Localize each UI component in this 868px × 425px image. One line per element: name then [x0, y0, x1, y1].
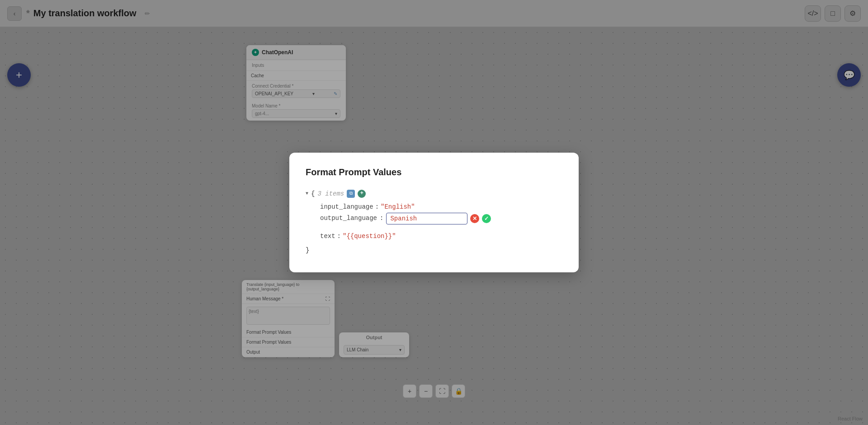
json-tree: ▼ { 3 items ⧉ + input_language : "Englis…: [306, 188, 562, 257]
value-input-language: "English": [381, 201, 415, 213]
items-count: 3 items: [317, 188, 344, 200]
modal-overlay[interactable]: Format Prompt Values ▼ { 3 items ⧉ + inp…: [0, 0, 868, 425]
format-prompt-modal: Format Prompt Values ▼ { 3 items ⧉ + inp…: [289, 153, 579, 273]
output-language-input[interactable]: [386, 213, 467, 224]
confirm-edit-button[interactable]: ✓: [482, 214, 491, 223]
colon-1: :: [375, 201, 379, 213]
spacer: [306, 225, 562, 231]
plus-icon: +: [360, 189, 363, 199]
modal-title: Format Prompt Values: [306, 167, 562, 177]
copy-button[interactable]: ⧉: [347, 190, 355, 198]
json-header-row: ▼ { 3 items ⧉ +: [306, 188, 562, 200]
colon-3: :: [337, 231, 341, 242]
x-icon: ✕: [472, 215, 477, 222]
json-row-output-language: output_language : ✕ ✓: [320, 213, 562, 224]
close-brace: }: [306, 245, 309, 256]
key-input-language: input_language: [320, 201, 373, 213]
collapse-arrow[interactable]: ▼: [306, 190, 308, 198]
cancel-edit-button[interactable]: ✕: [470, 214, 479, 223]
value-text: "{{question}}": [343, 231, 396, 242]
copy-icon: ⧉: [349, 190, 353, 198]
check-icon: ✓: [484, 215, 489, 222]
open-brace: {: [311, 188, 315, 200]
add-item-button[interactable]: +: [358, 190, 366, 198]
colon-2: :: [380, 213, 383, 224]
json-row-input-language: input_language : "English": [306, 201, 562, 213]
key-text: text: [320, 231, 335, 242]
json-row-text: text : "{{question}}": [306, 231, 562, 242]
json-close-brace-row: }: [306, 245, 562, 256]
key-output-language: output_language: [320, 213, 377, 224]
